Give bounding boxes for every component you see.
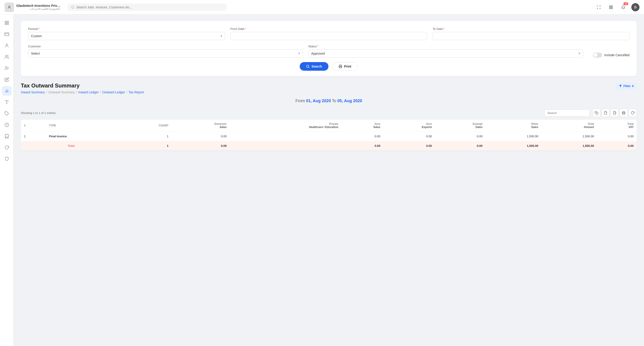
cell-zero-exports: 0.00 bbox=[384, 132, 435, 141]
total-vat: 0.00 bbox=[597, 141, 637, 151]
to-date-input[interactable]: 05-08-2020 bbox=[432, 32, 630, 40]
periods-group: Periods* Custom ▼ bbox=[28, 27, 225, 40]
cell-domestic-sales: 0.00 bbox=[172, 132, 230, 141]
search-button[interactable]: Search bbox=[300, 62, 328, 71]
clock-icon bbox=[4, 123, 9, 127]
svg-rect-7 bbox=[7, 21, 8, 23]
refresh-table-button[interactable] bbox=[628, 109, 637, 117]
sidebar-item-contacts[interactable] bbox=[2, 41, 12, 50]
breadcrumb-inward-ledger[interactable]: Inward Ledger bbox=[78, 90, 99, 94]
svg-rect-2 bbox=[609, 6, 610, 7]
include-cancelled-toggle[interactable] bbox=[593, 53, 602, 58]
customer-select[interactable]: Select bbox=[28, 49, 303, 58]
breadcrumb-outward-summary: Outward Summary bbox=[48, 90, 75, 94]
from-date-input[interactable]: 01-08-2020 bbox=[230, 32, 427, 40]
report-header-row: Tax Outward Summary Filter 4 bbox=[21, 83, 637, 90]
pdf-button[interactable] bbox=[610, 109, 619, 117]
breadcrumb-separator: / bbox=[100, 90, 101, 94]
report-table: # TYPE COUNT DomesticSales PrivateHealth… bbox=[21, 120, 637, 150]
periods-select[interactable]: Custom bbox=[28, 32, 225, 40]
company-name: Glaubetech Inventions Private Li... bbox=[16, 4, 62, 8]
sidebar-item-team[interactable] bbox=[2, 52, 12, 62]
sidebar-item-ledger[interactable] bbox=[2, 131, 12, 141]
filter-icon bbox=[619, 85, 622, 88]
svg-rect-25 bbox=[340, 67, 341, 68]
status-select-wrapper: Approved ▼ bbox=[308, 49, 583, 58]
svg-rect-29 bbox=[623, 113, 624, 114]
col-private: PrivateHealthcare / Education bbox=[230, 120, 341, 132]
fullscreen-button[interactable] bbox=[595, 3, 603, 11]
svg-rect-27 bbox=[596, 112, 598, 114]
chart-icon bbox=[4, 89, 9, 93]
print-table-button[interactable] bbox=[620, 109, 628, 117]
status-select[interactable]: Approved bbox=[308, 49, 583, 58]
col-type: TYPE bbox=[46, 120, 121, 132]
filter-label: Filter bbox=[624, 84, 631, 88]
breadcrumb-inward-summary[interactable]: Inward Summary bbox=[21, 90, 45, 94]
date-from: 01, Aug 2020 bbox=[306, 99, 331, 103]
sidebar-item-refresh[interactable] bbox=[2, 143, 12, 152]
sidebar-item-dashboard[interactable] bbox=[2, 18, 12, 28]
sidebar-item-tasks[interactable] bbox=[2, 75, 12, 84]
cell-count: 1 bbox=[122, 132, 172, 141]
apps-button[interactable] bbox=[607, 3, 615, 11]
copy-button[interactable] bbox=[592, 109, 600, 117]
sidebar-item-add-user[interactable] bbox=[2, 64, 12, 73]
breadcrumb-outward-ledger[interactable]: Outward Ledger bbox=[102, 90, 125, 94]
person-add-icon bbox=[4, 66, 9, 71]
cell-private bbox=[230, 132, 341, 141]
filter-button[interactable]: Filter 4 bbox=[616, 83, 637, 90]
from-date-label: From Date* bbox=[230, 27, 427, 31]
notifications-button[interactable]: 13 bbox=[619, 3, 627, 11]
table-search-input[interactable] bbox=[544, 109, 590, 117]
global-search-input[interactable] bbox=[76, 6, 223, 9]
nav-icons: 13 D bbox=[595, 3, 640, 11]
to-date-label: To Date* bbox=[432, 27, 630, 31]
logo-area: Glaubetech Inventions Private Li... ...ا… bbox=[4, 3, 64, 12]
sidebar-item-reports[interactable] bbox=[2, 86, 12, 96]
svg-rect-10 bbox=[4, 33, 8, 36]
font-icon bbox=[4, 100, 9, 105]
total-exempt-sales: 0.00 bbox=[435, 141, 486, 151]
customer-group: Customer Select ▼ bbox=[28, 45, 303, 58]
date-range: From 01, Aug 2020 To 05, Aug 2020 bbox=[21, 99, 637, 103]
cell-total-vat: 0.00 bbox=[597, 132, 637, 141]
svg-point-13 bbox=[6, 55, 7, 57]
include-cancelled-label: Include Cancelled bbox=[604, 53, 630, 57]
table-toolbar: Showing 1 to 1 of 1 entries bbox=[21, 109, 637, 117]
toggle-knob bbox=[594, 53, 598, 57]
user-avatar[interactable]: D bbox=[631, 3, 640, 11]
sidebar-item-clock[interactable] bbox=[2, 120, 12, 130]
entries-text: Showing 1 to 1 of 1 entries bbox=[21, 111, 56, 115]
status-label: Status* bbox=[308, 45, 583, 48]
filter-count: 4 bbox=[632, 84, 634, 88]
sidebar-item-shield[interactable] bbox=[2, 154, 12, 164]
filter-card: Periods* Custom ▼ From Date* 01-08-2020 … bbox=[21, 21, 637, 76]
svg-rect-5 bbox=[612, 8, 612, 9]
report-section: Tax Outward Summary Filter 4 Inward Summ… bbox=[21, 83, 637, 150]
global-search-bar[interactable] bbox=[68, 4, 226, 11]
breadcrumb-tax-report[interactable]: Tax Report bbox=[128, 90, 144, 94]
notification-badge: 13 bbox=[624, 2, 628, 5]
svg-rect-6 bbox=[5, 21, 6, 23]
total-private bbox=[230, 141, 341, 151]
col-total-amount: TotalAmount bbox=[542, 120, 597, 132]
print-button[interactable]: Print bbox=[332, 62, 358, 71]
card-icon bbox=[4, 32, 9, 37]
sidebar-item-billing[interactable] bbox=[2, 30, 12, 39]
tag-icon bbox=[4, 111, 9, 116]
action-row: Search Print bbox=[28, 62, 630, 71]
breadcrumb-separator: / bbox=[46, 90, 47, 94]
csv-button[interactable] bbox=[602, 109, 610, 117]
customer-label: Customer bbox=[28, 45, 303, 48]
person-icon bbox=[4, 43, 9, 48]
sidebar-item-tags[interactable] bbox=[2, 109, 12, 118]
date-to: 05, Aug 2020 bbox=[337, 99, 362, 103]
grid-icon bbox=[4, 21, 9, 25]
total-other-sales: 1,500.00 bbox=[486, 141, 542, 151]
cell-zero-sales: 0.00 bbox=[341, 132, 384, 141]
fullscreen-icon bbox=[597, 5, 601, 9]
company-logo[interactable] bbox=[4, 3, 14, 12]
sidebar-item-fonts[interactable] bbox=[2, 97, 12, 107]
table-header: # TYPE COUNT DomesticSales PrivateHealth… bbox=[21, 120, 637, 132]
